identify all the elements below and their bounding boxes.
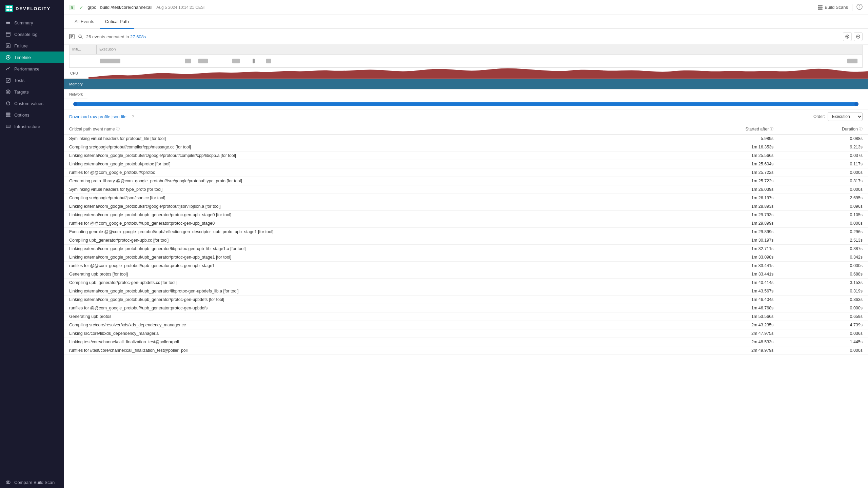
scrollbar-handle-left[interactable]: [73, 102, 77, 106]
gantt-bar-1: [100, 59, 120, 63]
tab-critical-path[interactable]: Critical Path: [100, 15, 134, 29]
sidebar-item-infrastructure[interactable]: Infrastructure: [0, 121, 64, 132]
sidebar-item-custom-values[interactable]: Custom values: [0, 98, 64, 109]
cell-started-after: 1m 26.039s: [669, 185, 779, 194]
cell-event-name: Compiling upb_generator/protoc-gen-upb.c…: [64, 236, 669, 245]
cell-event-name: Linking external/com_google_protobuf/upb…: [64, 287, 669, 296]
th-duration: Duration ⓘ: [779, 124, 868, 135]
cell-event-name: Generating proto_library @@com_google_pr…: [64, 177, 669, 185]
timeline-scrollbar-track[interactable]: [75, 102, 857, 106]
cell-duration: 0.296s: [779, 228, 868, 236]
cell-event-name: runfiles for @@com_google_protobuf//upb_…: [64, 219, 669, 228]
th-event-name-label: Critical path event name ⓘ: [69, 126, 120, 131]
cell-started-after: 1m 25.566s: [669, 151, 779, 160]
svg-rect-0: [6, 6, 9, 8]
sidebar-item-console-log[interactable]: Console log: [0, 28, 64, 40]
svg-rect-25: [6, 116, 10, 117]
cell-duration: 0.000s: [779, 304, 868, 312]
cell-started-after: 1m 43.567s: [669, 287, 779, 296]
critical-path-table-container: Critical path event name ⓘ Started after…: [64, 124, 868, 355]
cell-duration: 0.387s: [779, 245, 868, 253]
gantt-header: Initi... Execution: [70, 45, 862, 55]
failure-icon: [5, 43, 11, 48]
gantt-bar-5: [253, 59, 255, 63]
svg-text:?: ?: [859, 5, 861, 9]
cell-event-name: Linking external/com_google_protobuf/pro…: [64, 160, 669, 168]
svg-rect-1: [9, 6, 12, 8]
cell-duration: 0.000s: [779, 219, 868, 228]
sidebar-item-options[interactable]: Options: [0, 109, 64, 121]
cell-started-after: 1m 26.197s: [669, 194, 779, 202]
critical-path-table: Critical path event name ⓘ Started after…: [64, 124, 868, 355]
cell-event-name: runfiles for @@com_google_protobuf//upb_…: [64, 304, 669, 312]
zoom-in-button[interactable]: [843, 32, 852, 41]
build-target: build //test/core/channel:all: [100, 5, 152, 10]
table-row: Compiling src/google/protobuf/compiler/c…: [64, 143, 868, 151]
sidebar-item-label-performance: Performance: [14, 66, 39, 72]
cell-duration: 1.445s: [779, 338, 868, 346]
cell-event-name: Linking external/com_google_protobuf/src…: [64, 202, 669, 211]
cell-started-after: 1m 30.197s: [669, 236, 779, 245]
sidebar-item-failure[interactable]: Failure: [0, 40, 64, 52]
table-row: Generating proto_library @@com_google_pr…: [64, 177, 868, 185]
cpu-label: CPU: [65, 71, 88, 75]
sidebar-item-summary[interactable]: Summary: [0, 17, 64, 28]
sidebar-item-label-timeline: Timeline: [14, 55, 31, 60]
cell-duration: 0.000s: [779, 346, 868, 355]
svg-line-40: [81, 37, 82, 39]
cell-started-after: 2m 43.235s: [669, 321, 779, 329]
sidebar-item-label-infra: Infrastructure: [14, 124, 40, 129]
sidebar-item-timeline[interactable]: Timeline: [0, 52, 64, 63]
download-link[interactable]: Download raw profile.json file: [69, 114, 126, 119]
help-button[interactable]: ?: [856, 4, 863, 11]
cell-started-after: 1m 29.793s: [669, 211, 779, 219]
main-content: 5 ✓ grpc build //test/core/channel:all A…: [64, 0, 868, 488]
cpu-chart: [88, 68, 868, 79]
zoom-out-button[interactable]: [854, 32, 863, 41]
sidebar-item-compare[interactable]: Compare Build Scan: [0, 476, 64, 488]
cell-duration: 4.739s: [779, 321, 868, 329]
timeline-scrollbar-thumb[interactable]: [75, 102, 857, 106]
gantt-bars-row: [70, 55, 862, 67]
tab-all-events[interactable]: All Events: [69, 15, 100, 29]
cell-event-name: runfiles for @@com_google_protobuf//:pro…: [64, 168, 669, 177]
table-row: runfiles for @@com_google_protobuf//upb_…: [64, 304, 868, 312]
cell-started-after: 1m 29.899s: [669, 228, 779, 236]
cell-duration: 0.117s: [779, 160, 868, 168]
scrollbar-handle-right[interactable]: [854, 102, 859, 106]
download-help-icon: ?: [132, 114, 134, 119]
gantt-bar-6: [266, 59, 271, 63]
cell-started-after: 1m 25.722s: [669, 168, 779, 177]
cell-started-after: 1m 53.566s: [669, 312, 779, 321]
table-row: Linking external/com_google_protobuf/src…: [64, 151, 868, 160]
table-row: runfiles for @@com_google_protobuf//:pro…: [64, 168, 868, 177]
cell-started-after: 1m 32.711s: [669, 245, 779, 253]
table-row: runfiles for @@com_google_protobuf//upb_…: [64, 262, 868, 270]
table-row: runfiles for @@com_google_protobuf//upb_…: [64, 219, 868, 228]
gantt-bar-3: [198, 59, 208, 63]
network-metric-row: Network: [64, 89, 868, 99]
svg-rect-3: [9, 9, 12, 11]
cell-started-after: 1m 33.441s: [669, 270, 779, 279]
svg-rect-30: [818, 5, 822, 6]
build-scans-link[interactable]: Build Scans: [818, 5, 848, 10]
svg-rect-26: [6, 125, 10, 128]
targets-icon: [5, 89, 11, 95]
sidebar-item-targets[interactable]: Targets: [0, 86, 64, 98]
gantt-chart: Initi... Execution: [69, 45, 863, 68]
network-label: Network: [64, 92, 87, 96]
table-row: Executing genrule @@com_google_protobuf/…: [64, 228, 868, 236]
sidebar-item-performance[interactable]: Performance: [0, 63, 64, 75]
table-row: Linking external/com_google_protobuf/upb…: [64, 287, 868, 296]
table-row: Generating upb protos 1m 53.566s 0.659s: [64, 312, 868, 321]
cell-event-name: Compiling src/google/protobuf/json/json.…: [64, 194, 669, 202]
sidebar-item-tests[interactable]: Tests: [0, 75, 64, 86]
table-row: Compiling src/core/resolver/xds/xds_depe…: [64, 321, 868, 329]
events-duration-link[interactable]: 27.608s: [130, 34, 146, 39]
order-dropdown[interactable]: Execution Critical Path: [828, 112, 863, 121]
cell-started-after: 1m 29.899s: [669, 219, 779, 228]
cell-started-after: 1m 28.893s: [669, 202, 779, 211]
tabs-bar: All Events Critical Path: [64, 15, 868, 29]
cell-started-after: 1m 16.353s: [669, 143, 779, 151]
app-name: DEVELOCITY: [16, 6, 51, 11]
